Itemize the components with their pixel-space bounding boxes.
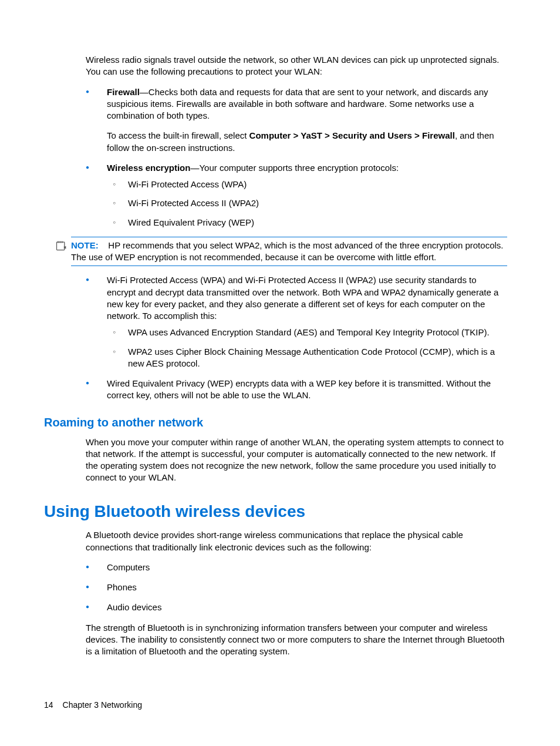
wep-details-item: Wired Equivalent Privacy (WEP) encrypts … [86,378,507,402]
firewall-item: Firewall—Checks both data and requests f… [86,86,507,154]
bluetooth-intro: A Bluetooth device provides short-range … [86,529,507,553]
wpa-subs: WPA uses Advanced Encryption Standard (A… [107,327,507,369]
intro-paragraph: Wireless radio signals travel outside th… [86,54,507,78]
roaming-heading: Roaming to another network [44,415,507,431]
encryption-label: Wireless encryption [107,163,190,173]
encryption-desc: —Your computer supports three encryption… [190,163,399,173]
bt-phones: Phones [86,582,507,593]
note-text: HP recommends that you select WPA2, whic… [71,240,503,262]
bluetooth-list: Computers Phones Audio devices [86,562,507,614]
svg-rect-0 [57,242,65,250]
page-number: 14 [44,700,53,710]
protocol-wpa: Wi-Fi Protected Access (WPA) [107,179,507,190]
note-icon [55,240,68,251]
bluetooth-outro: The strength of Bluetooth is in synchron… [86,622,507,658]
chapter-label: Chapter 3 Networking [63,700,142,710]
firewall-access-pre: To access the built-in firewall, select [107,130,249,140]
firewall-access-path: Computer > YaST > Security and Users > F… [249,130,455,140]
protocol-wep: Wired Equivalent Privacy (WEP) [107,217,507,228]
wpa-details-item: Wi-Fi Protected Access (WPA) and Wi-Fi P… [86,274,507,369]
bluetooth-heading: Using Bluetooth wireless devices [44,500,507,523]
firewall-access: To access the built-in firewall, select … [107,130,507,154]
roaming-text: When you move your computer within range… [86,436,507,484]
wpa2-ccmp: WPA2 uses Cipher Block Chaining Message … [107,346,507,370]
wpa-aes-tkip: WPA uses Advanced Encryption Standard (A… [107,327,507,338]
firewall-label: Firewall [107,87,140,97]
note-label: NOTE: [71,240,99,250]
page-footer: 14Chapter 3 Networking [44,700,142,711]
firewall-desc: —Checks both data and requests for data … [107,87,488,121]
note-box: NOTE: HP recommends that you select WPA2… [71,237,507,267]
wpa-details-desc: Wi-Fi Protected Access (WPA) and Wi-Fi P… [107,275,498,321]
precautions-list: Firewall—Checks both data and requests f… [86,86,507,228]
bt-audio: Audio devices [86,601,507,613]
encryption-details-list: Wi-Fi Protected Access (WPA) and Wi-Fi P… [86,274,507,401]
encryption-protocols: Wi-Fi Protected Access (WPA) Wi-Fi Prote… [107,179,507,228]
bt-computers: Computers [86,562,507,573]
protocol-wpa2: Wi-Fi Protected Access II (WPA2) [107,197,507,209]
encryption-item: Wireless encryption—Your computer suppor… [86,162,507,228]
document-page: Wireless radio signals travel outside th… [0,0,560,746]
